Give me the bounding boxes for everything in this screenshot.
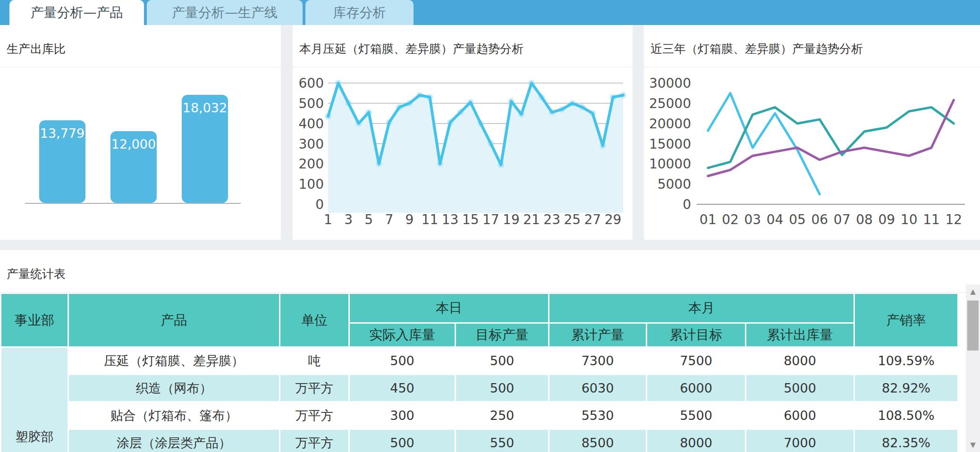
bar-value-label: 13,779 — [39, 126, 85, 141]
tab-production-product[interactable]: 产量分析—产品 — [9, 0, 144, 25]
table-scrollbar[interactable]: ▲ ▼ — [966, 285, 980, 452]
col-group-today: 本日 — [350, 294, 548, 322]
svg-text:19: 19 — [503, 212, 520, 227]
tab-bar: 产量分析—产品 产量分析—生产线 库存分析 — [0, 0, 980, 25]
table-title: 产量统计表 — [0, 250, 980, 292]
col-header-daily-actual: 实际入库量 — [350, 324, 455, 346]
table-cell-month_target: 7500 — [647, 348, 745, 374]
table-cell-month_out: 7000 — [746, 430, 853, 452]
table-cell-month_total: 6030 — [549, 375, 646, 401]
table-cell-daily_target: 500 — [456, 348, 548, 374]
table-cell-month_total: 5530 — [549, 402, 646, 428]
panel-three-year-trend: 近三年（灯箱膜、差异膜）产量趋势分析 050001000015000200002… — [644, 25, 980, 240]
division-cell: 塑胶部 — [1, 348, 68, 452]
col-header-month-total: 累计产量 — [549, 324, 646, 346]
table-cell-month_total: 8500 — [549, 430, 646, 452]
svg-text:9: 9 — [405, 212, 414, 227]
col-header-rate: 产销率 — [855, 294, 957, 346]
scrollbar-down-icon[interactable]: ▼ — [966, 441, 980, 449]
table-cell-daily_actual: 500 — [350, 348, 455, 374]
col-header-division: 事业部 — [1, 294, 68, 346]
svg-text:30000: 30000 — [649, 75, 691, 91]
col-header-daily-target: 目标产量 — [456, 324, 548, 346]
table-cell-unit: 吨 — [280, 348, 348, 374]
svg-text:3: 3 — [344, 212, 353, 227]
svg-text:15: 15 — [462, 212, 479, 227]
svg-text:5: 5 — [364, 212, 373, 227]
scrollbar-up-icon[interactable]: ▲ — [966, 287, 980, 296]
table-cell-daily_actual: 300 — [350, 402, 455, 428]
table-cell-month_out: 8000 — [746, 348, 853, 374]
svg-text:08: 08 — [856, 212, 873, 227]
svg-text:20000: 20000 — [649, 116, 691, 132]
table-cell-product: 贴合（灯箱布、篷布） — [69, 402, 279, 428]
table-cell-month_out: 5000 — [746, 375, 853, 401]
table-row: 贴合（灯箱布、篷布）万平方300250553055006000108.50% — [1, 402, 957, 428]
svg-text:21: 21 — [523, 212, 540, 227]
panel-title: 本月压延（灯箱膜、差异膜）产量趋势分析 — [293, 25, 633, 67]
bar: 13,779 — [39, 120, 85, 203]
svg-text:25000: 25000 — [649, 96, 691, 111]
table-cell-rate: 108.50% — [855, 402, 957, 428]
series-teal — [708, 107, 954, 168]
svg-text:15000: 15000 — [649, 136, 691, 152]
scrollbar-thumb[interactable] — [967, 301, 979, 351]
svg-text:04: 04 — [767, 212, 784, 227]
bar-chart: 13,77912,00018,032 — [0, 67, 281, 239]
table-cell-product: 压延（灯箱膜、差异膜） — [69, 348, 279, 374]
table-cell-daily_target: 500 — [456, 375, 548, 401]
svg-text:100: 100 — [299, 176, 324, 192]
svg-text:25: 25 — [564, 212, 581, 227]
panel-title: 近三年（灯箱膜、差异膜）产量趋势分析 — [644, 25, 980, 67]
svg-text:0: 0 — [315, 197, 324, 212]
table-cell-rate: 82.35% — [855, 430, 957, 452]
table-cell-daily_target: 550 — [456, 430, 548, 452]
table-cell-month_total: 7300 — [549, 348, 646, 374]
svg-text:5000: 5000 — [658, 176, 691, 192]
bar-value-label: 12,000 — [110, 137, 157, 151]
table-cell-rate: 82.92% — [855, 375, 957, 401]
svg-text:400: 400 — [299, 116, 324, 132]
col-group-month: 本月 — [549, 294, 853, 322]
three-year-chart-svg: 0500010000150002000025000300000102030405… — [644, 67, 980, 239]
svg-text:500: 500 — [299, 96, 324, 111]
svg-text:300: 300 — [299, 136, 324, 152]
svg-text:200: 200 — [299, 156, 324, 172]
table-cell-month_out: 6000 — [746, 402, 853, 428]
table-cell-unit: 万平方 — [280, 402, 348, 428]
svg-text:0: 0 — [683, 197, 691, 212]
table-cell-unit: 万平方 — [280, 375, 348, 401]
table-cell-daily_actual: 450 — [350, 375, 455, 401]
bar-value-label: 18,032 — [182, 100, 228, 115]
svg-text:17: 17 — [482, 212, 499, 227]
table-cell-daily_actual: 500 — [350, 430, 455, 452]
table-cell-daily_target: 250 — [456, 402, 548, 428]
svg-text:29: 29 — [605, 212, 622, 227]
table-cell-month_target: 8000 — [647, 430, 745, 452]
production-statistics-table: 事业部 产品 单位 本日 本月 产销率 实际入库量 目标产量 累计产量 累计目标… — [0, 293, 959, 452]
table-row: 塑胶部压延（灯箱膜、差异膜）吨500500730075008000109.59% — [1, 348, 957, 374]
svg-text:1: 1 — [324, 212, 332, 227]
three-year-line-chart: 0500010000150002000025000300000102030405… — [644, 67, 980, 239]
svg-text:05: 05 — [789, 212, 806, 227]
tab-production-line[interactable]: 产量分析—生产线 — [147, 0, 303, 25]
bar: 18,032 — [182, 95, 228, 203]
col-header-month-target: 累计目标 — [647, 324, 745, 346]
panel-monthly-trend: 本月压延（灯箱膜、差异膜）产量趋势分析 01002003004005006001… — [293, 25, 633, 240]
tab-inventory-analysis[interactable]: 库存分析 — [305, 0, 414, 25]
table-row: 涂层（涂层类产品）万平方50055085008000700082.35% — [1, 430, 957, 452]
svg-text:600: 600 — [299, 75, 324, 91]
svg-text:10: 10 — [901, 212, 918, 227]
table-cell-rate: 109.59% — [855, 348, 957, 374]
svg-text:13: 13 — [442, 212, 459, 227]
svg-text:11: 11 — [923, 212, 940, 227]
table-cell-month_target: 5500 — [647, 402, 745, 428]
svg-text:01: 01 — [700, 212, 717, 227]
table-cell-month_target: 6000 — [647, 375, 745, 401]
svg-text:03: 03 — [744, 212, 761, 227]
table-cell-unit: 万平方 — [280, 430, 348, 452]
svg-text:11: 11 — [422, 212, 439, 227]
col-header-unit: 单位 — [280, 294, 348, 346]
svg-text:12: 12 — [946, 212, 963, 227]
table-cell-product: 涂层（涂层类产品） — [69, 430, 279, 452]
